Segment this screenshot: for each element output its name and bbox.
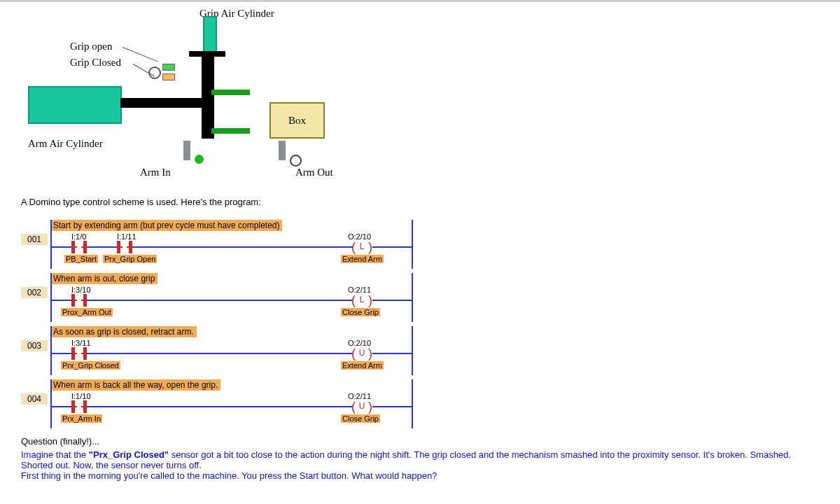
sensor-grip-closed-icon — [162, 74, 175, 80]
arm-in-led-icon — [195, 155, 204, 164]
instr-addr: I:1/10 — [71, 392, 91, 400]
otu-coil-icon: (U) — [351, 347, 372, 361]
question-line-2: First thing in the morning you're called… — [21, 470, 819, 481]
arm-out-led-icon — [290, 155, 302, 167]
rung-comment: When arm is back all the way, open the g… — [50, 379, 220, 391]
rung-001: 001 Start by extending arm (but prev cyc… — [21, 220, 413, 269]
instr-name: Prx_Grip Open — [103, 255, 157, 263]
label-arm-cylinder: Arm Air Cylinder — [28, 138, 103, 150]
rung-002: 002 When arm is out, close grip I:3/10 P… — [21, 273, 413, 322]
mechanism-diagram: Grip Air Cylinder Grip open Grip Closed … — [21, 16, 399, 184]
rung-comment: When arm is out, close grip — [50, 273, 158, 284]
question-block: Question (finally!)... Imagine that the … — [21, 436, 819, 481]
rung-number: 002 — [21, 287, 48, 298]
output-name: Extend Arm — [341, 361, 384, 370]
rung-comment: Start by extending arm (but prev cycle m… — [50, 220, 282, 231]
label-grip-closed: Grip Closed — [70, 57, 121, 69]
xic-icon — [71, 294, 87, 307]
rung-comment: As soon as grip is closed, retract arm. — [50, 326, 197, 337]
grip-jaw-bottom — [211, 128, 250, 134]
grip-jaw-top — [211, 90, 250, 95]
grip-sensor-ring-icon — [148, 66, 161, 79]
output-name: Close Grip — [341, 308, 380, 316]
emphasized-sensor-name: "Prx_Grip Closed" — [89, 449, 169, 460]
arm-in-prox-icon — [183, 141, 190, 160]
intro-text: A Domino type control scheme is used. He… — [21, 197, 261, 207]
otl-coil-icon: (L) — [351, 294, 372, 308]
arm-air-cylinder — [28, 86, 122, 124]
grip-body — [202, 55, 214, 139]
instr-addr: I:1/11 — [117, 232, 136, 241]
output-name: Extend Arm — [341, 255, 384, 263]
xic-icon — [71, 400, 87, 413]
arm-out-prox-icon — [279, 141, 286, 160]
xic-icon — [117, 241, 132, 253]
instr-addr: I:3/11 — [71, 339, 91, 347]
rung-004: 004 When arm is back all the way, open t… — [21, 379, 413, 428]
instr-addr: I:1/0 — [71, 232, 86, 241]
xic-icon — [71, 241, 87, 253]
rung-number: 001 — [21, 234, 48, 245]
label-grip-open: Grip open — [70, 41, 112, 52]
rung-number: 003 — [21, 340, 48, 351]
xic-icon — [71, 347, 87, 360]
question-title: Question (finally!)... — [21, 436, 819, 447]
label-arm-out: Arm Out — [295, 167, 333, 178]
otu-coil-icon: (U) — [351, 400, 372, 414]
sensor-grip-open-icon — [162, 64, 175, 71]
instr-name: Prx_Grip Closed — [61, 361, 120, 370]
arm-rod — [120, 98, 204, 108]
rung-number: 004 — [21, 393, 48, 405]
instr-name: PB_Start — [64, 255, 98, 263]
instr-addr: I:3/10 — [71, 286, 91, 294]
box: Box — [270, 102, 325, 139]
grip-air-cylinder — [203, 16, 217, 55]
output-name: Close Grip — [341, 414, 380, 423]
question-line-1: Imagine that the "Prx_Grip Closed" senso… — [21, 449, 819, 470]
instr-name: Prx_Arm In — [61, 414, 102, 423]
label-arm-in: Arm In — [140, 167, 171, 178]
rung-003: 003 As soon as grip is closed, retract a… — [21, 326, 413, 375]
ladder-program: 001 Start by extending arm (but prev cyc… — [21, 216, 413, 430]
otl-coil-icon: (L) — [351, 241, 372, 255]
instr-name: Prox_Arm Out — [61, 308, 113, 316]
